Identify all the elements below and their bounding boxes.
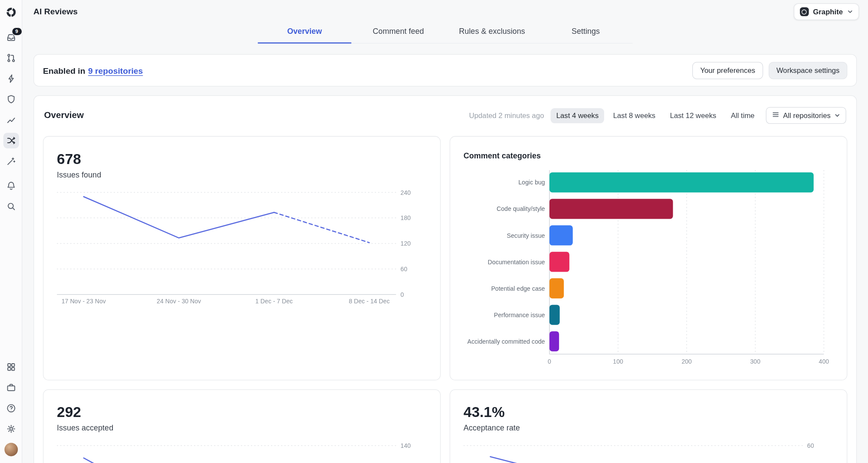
issues-found-value: 678 [57, 150, 427, 168]
sidebar-logo-button[interactable] [3, 4, 19, 20]
svg-text:120: 120 [401, 240, 411, 247]
acceptance-rate-line-chart: 01530456017 Nov - 23 Nov24 Nov - 30 Nov1… [464, 440, 835, 463]
date-range-selector: Last 4 weeks Last 8 weeks Last 12 weeks … [551, 108, 760, 123]
stats-grid: 678 Issues found 06012018024017 Nov - 23… [43, 136, 847, 463]
svg-text:24 Nov - 30 Nov: 24 Nov - 30 Nov [157, 298, 201, 305]
chevron-down-icon [835, 111, 840, 119]
topbar: AI Reviews Graphite Overview Comment fee… [22, 0, 868, 48]
workspace-name: Graphite [813, 7, 843, 16]
gear-icon [6, 424, 16, 433]
banner-actions: Your preferences Workspace settings [692, 62, 847, 79]
svg-text:0: 0 [548, 358, 551, 365]
overview-controls: Updated 2 minutes ago Last 4 weeks Last … [469, 107, 846, 124]
svg-text:300: 300 [750, 358, 761, 365]
svg-text:Accidentally committed code: Accidentally committed code [467, 338, 545, 345]
overview-section: Overview Updated 2 minutes ago Last 4 we… [33, 95, 857, 463]
svg-text:Code quality/style: Code quality/style [496, 205, 545, 212]
tab-overview[interactable]: Overview [258, 22, 352, 43]
graphite-logo-icon [6, 7, 16, 17]
svg-text:180: 180 [401, 214, 411, 221]
your-preferences-button[interactable]: Your preferences [692, 62, 763, 79]
svg-text:60: 60 [401, 266, 408, 273]
tab-rules-exclusions[interactable]: Rules & exclusions [445, 22, 539, 43]
sidebar-item-settings[interactable] [3, 421, 19, 437]
search-icon [6, 201, 16, 211]
magic-wand-icon [6, 156, 16, 166]
acceptance-rate-value: 43.1% [464, 403, 833, 421]
issues-accepted-card: 292 Issues accepted 0357010514017 Nov - … [43, 389, 441, 463]
inbox-notification-badge: 9 [11, 27, 22, 35]
app-root: 9 [0, 0, 868, 463]
repository-filter-dropdown[interactable]: All repositories [766, 107, 846, 124]
svg-text:Potential edge case: Potential edge case [491, 285, 545, 292]
svg-text:Performance issue: Performance issue [494, 312, 545, 319]
briefcase-icon [6, 382, 16, 392]
page-title: AI Reviews [33, 7, 78, 16]
sidebar-item-apps[interactable] [3, 359, 19, 374]
graphite-workspace-icon [800, 7, 809, 16]
acceptance-rate-card: 43.1% Acceptance rate 01530456017 Nov - … [450, 389, 847, 463]
svg-text:Documentation issue: Documentation issue [488, 259, 545, 266]
sidebar-item-inbox[interactable]: 9 [3, 29, 19, 45]
enabled-repositories-banner: Enabled in9 repositories Your preference… [33, 54, 857, 87]
chevron-down-icon [847, 7, 853, 16]
bell-icon [6, 181, 16, 190]
repositories-link[interactable]: 9 repositories [88, 66, 143, 75]
svg-text:17 Nov - 23 Nov: 17 Nov - 23 Nov [62, 298, 106, 305]
list-icon [772, 111, 779, 120]
issues-accepted-line-chart: 0357010514017 Nov - 23 Nov24 Nov - 30 No… [57, 440, 428, 463]
tab-comment-feed[interactable]: Comment feed [352, 22, 445, 43]
section-title: Overview [44, 110, 84, 120]
sidebar-item-insights[interactable] [3, 112, 19, 128]
repository-filter-label: All repositories [783, 111, 831, 119]
acceptance-rate-label: Acceptance rate [464, 422, 833, 433]
issues-accepted-label: Issues accepted [57, 422, 427, 433]
range-last-12-weeks[interactable]: Last 12 weeks [664, 108, 722, 123]
svg-text:400: 400 [819, 358, 829, 365]
range-last-4-weeks[interactable]: Last 4 weeks [551, 108, 604, 123]
sidebar-item-profile[interactable] [3, 441, 19, 457]
pull-request-icon [6, 53, 16, 62]
comment-categories-title: Comment categories [464, 150, 833, 161]
comment-categories-bar-chart: 0100200300400Logic bugCode quality/style… [464, 170, 835, 368]
sidebar-item-help[interactable] [3, 400, 19, 416]
issues-found-label: Issues found [57, 169, 427, 180]
issues-found-line-chart: 06012018024017 Nov - 23 Nov24 Nov - 30 N… [57, 187, 428, 307]
sidebar-item-notifications[interactable] [3, 178, 19, 194]
svg-text:8 Dec - 14 Dec: 8 Dec - 14 Dec [349, 298, 390, 305]
svg-text:140: 140 [401, 442, 411, 449]
shuffle-icon [6, 135, 16, 145]
lightning-icon [6, 73, 16, 83]
svg-text:60: 60 [807, 442, 814, 449]
sidebar: 9 [0, 0, 22, 463]
svg-text:0: 0 [401, 291, 404, 298]
svg-text:240: 240 [401, 189, 411, 196]
sidebar-item-ai-tools[interactable] [3, 153, 19, 169]
sidebar-item-merge-protections[interactable] [3, 91, 19, 107]
sidebar-item-pull-requests[interactable] [3, 50, 19, 66]
comment-categories-card: Comment categories 0100200300400Logic bu… [450, 136, 847, 381]
workspace-switcher-button[interactable]: Graphite [793, 3, 859, 20]
issues-accepted-value: 292 [57, 403, 427, 421]
svg-text:Logic bug: Logic bug [518, 179, 545, 186]
sidebar-item-ai-reviews[interactable] [3, 132, 19, 148]
help-icon [6, 403, 16, 413]
enabled-repositories-text: Enabled in9 repositories [43, 66, 143, 75]
grid-icon [6, 362, 16, 372]
workspace-settings-button[interactable]: Workspace settings [769, 62, 847, 79]
range-all-time[interactable]: All time [725, 108, 760, 123]
tab-bar: Overview Comment feed Rules & exclusions… [258, 22, 633, 43]
svg-text:1 Dec - 7 Dec: 1 Dec - 7 Dec [255, 298, 293, 305]
shield-icon [6, 94, 16, 104]
range-last-8-weeks[interactable]: Last 8 weeks [608, 108, 661, 123]
enabled-in-label: Enabled in [43, 66, 85, 75]
svg-text:200: 200 [681, 358, 692, 365]
line-chart-icon [6, 115, 16, 125]
issues-found-card: 678 Issues found 06012018024017 Nov - 23… [43, 136, 441, 381]
sidebar-item-workspace[interactable] [3, 380, 19, 395]
updated-timestamp: Updated 2 minutes ago [469, 111, 544, 119]
user-avatar [4, 443, 18, 456]
sidebar-item-search[interactable] [3, 199, 19, 214]
tab-settings[interactable]: Settings [539, 22, 633, 43]
sidebar-item-automations[interactable] [3, 71, 19, 86]
